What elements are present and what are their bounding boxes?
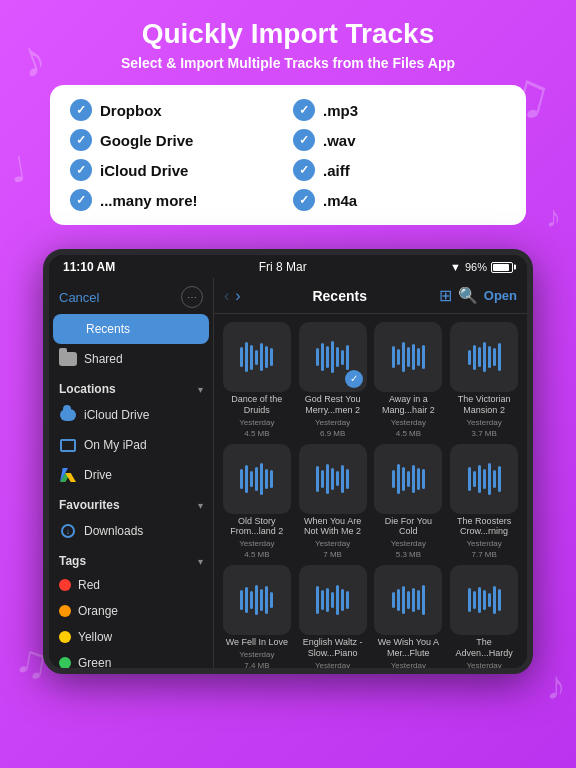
- toolbar-title: Recents: [247, 288, 433, 304]
- list-item[interactable]: The Victorian Mansion 2 Yesterday 3.7 MB: [449, 322, 519, 438]
- open-button[interactable]: Open: [484, 288, 517, 303]
- sidebar-item-tag-orange[interactable]: Orange: [49, 598, 213, 624]
- locations-title: Locations: [59, 382, 116, 396]
- sidebar-item-recents[interactable]: Recents: [53, 314, 209, 344]
- favourites-chevron-icon[interactable]: ▾: [198, 500, 203, 511]
- icloud-icon: [60, 409, 76, 421]
- status-bar: 11:10 AM Fri 8 Mar ▼ 96%: [49, 255, 527, 278]
- search-icon[interactable]: 🔍: [458, 286, 478, 305]
- sidebar-item-tag-yellow[interactable]: Yellow: [49, 624, 213, 650]
- list-item[interactable]: Die For You Cold Yesterday 5.3 MB: [374, 444, 444, 560]
- check-aiff: [293, 159, 315, 181]
- favourites-title: Favourites: [59, 498, 120, 512]
- downloads-label: Downloads: [84, 524, 143, 538]
- file-size-4: 4.5 MB: [244, 550, 269, 559]
- battery-percent: 96%: [465, 261, 487, 273]
- tag-dot-green: [59, 657, 71, 668]
- list-item[interactable]: When You Are Not With Me 2 Yesterday 7 M…: [298, 444, 368, 560]
- locations-chevron-icon[interactable]: ▾: [198, 384, 203, 395]
- file-icon-10: [374, 565, 442, 635]
- audio-wave-8: [240, 583, 273, 618]
- check-dropbox: [70, 99, 92, 121]
- forward-button[interactable]: ›: [235, 287, 240, 305]
- ipad-device-icon: [60, 439, 76, 452]
- file-date-2: Yesterday: [391, 418, 426, 427]
- file-date-11: Yesterday: [466, 661, 501, 668]
- list-item[interactable]: Away in a Mang...hair 2 Yesterday 4.5 MB: [374, 322, 444, 438]
- sidebar-item-drive[interactable]: Drive: [49, 460, 213, 490]
- file-name-5: When You Are Not With Me 2: [299, 516, 367, 538]
- shared-label: Shared: [84, 352, 123, 366]
- battery-icon: [491, 262, 513, 273]
- file-icon-7: [450, 444, 518, 514]
- sidebar-item-shared[interactable]: Shared: [49, 344, 213, 374]
- clock-icon: [62, 321, 78, 337]
- drive-label: Drive: [84, 468, 112, 482]
- shared-icon: [59, 350, 77, 368]
- list-item[interactable]: The Adven...Hardy Yesterday 1.9 MB: [449, 565, 519, 668]
- icloud-drive-icon: [59, 406, 77, 424]
- audio-wave-4: [240, 461, 273, 496]
- sidebar-header: Cancel ⋯: [49, 278, 213, 314]
- audio-wave-9: [316, 583, 349, 618]
- file-icon-3: [450, 322, 518, 392]
- check-more: [70, 189, 92, 211]
- file-name-6: Die For You Cold: [374, 516, 442, 538]
- locations-section-header: Locations ▾: [49, 374, 213, 400]
- file-name-11: The Adven...Hardy: [450, 637, 518, 659]
- check-m4a: [293, 189, 315, 211]
- main-content: ‹ › Recents ⊞ 🔍 Open: [214, 278, 527, 668]
- file-date-5: Yesterday: [315, 539, 350, 548]
- wifi-icon: ▼: [450, 261, 461, 273]
- list-item[interactable]: The Roosters Crow...rning Yesterday 7.7 …: [449, 444, 519, 560]
- tags-chevron-icon[interactable]: ▾: [198, 556, 203, 567]
- sidebar-item-on-my-ipad[interactable]: On My iPad: [49, 430, 213, 460]
- page-subtitle: Select & Import Multiple Tracks from the…: [20, 55, 556, 71]
- list-item[interactable]: Dance of the Druids Yesterday 4.5 MB: [222, 322, 292, 438]
- tag-dot-yellow: [59, 631, 71, 643]
- sidebar-item-downloads[interactable]: ↓ Downloads: [49, 516, 213, 546]
- file-grid: Dance of the Druids Yesterday 4.5 MB: [214, 314, 527, 668]
- file-date-1: Yesterday: [315, 418, 350, 427]
- list-item[interactable]: We Wish You A Mer...Flute Yesterday 2 MB: [374, 565, 444, 668]
- downloads-icon: ↓: [59, 522, 77, 540]
- file-name-9: English Waltz - Slow...Piano: [299, 637, 367, 659]
- list-item[interactable]: God Rest You Merry...men 2 Yesterday 6.9…: [298, 322, 368, 438]
- list-item[interactable]: English Waltz - Slow...Piano Yesterday 7…: [298, 565, 368, 668]
- file-date-9: Yesterday: [315, 661, 350, 668]
- feature-card: Dropbox .mp3 Google Drive .wav iCloud Dr…: [50, 85, 526, 225]
- toolbar: ‹ › Recents ⊞ 🔍 Open: [214, 278, 527, 314]
- sidebar-item-tag-red[interactable]: Red: [49, 572, 213, 598]
- file-date-3: Yesterday: [466, 418, 501, 427]
- audio-wave-1: [316, 340, 349, 375]
- file-date-8: Yesterday: [239, 650, 274, 659]
- tags-title: Tags: [59, 554, 86, 568]
- feature-item-icloud: iCloud Drive: [70, 159, 283, 181]
- download-circle-icon: ↓: [61, 524, 75, 538]
- sidebar-item-tag-green[interactable]: Green: [49, 650, 213, 668]
- sidebar-options-button[interactable]: ⋯: [181, 286, 203, 308]
- list-item[interactable]: Old Story From...land 2 Yesterday 4.5 MB: [222, 444, 292, 560]
- feature-item-more: ...many more!: [70, 189, 283, 211]
- sidebar-item-icloud-drive[interactable]: iCloud Drive: [49, 400, 213, 430]
- device-mockup: 11:10 AM Fri 8 Mar ▼ 96% Cancel ⋯: [0, 249, 576, 674]
- feature-item-mp3: .mp3: [293, 99, 506, 121]
- tag-dot-orange: [59, 605, 71, 617]
- back-button[interactable]: ‹: [224, 287, 229, 305]
- feature-item-m4a: .m4a: [293, 189, 506, 211]
- check-wav: [293, 129, 315, 151]
- grid-view-icon[interactable]: ⊞: [439, 286, 452, 305]
- audio-wave-3: [468, 340, 501, 375]
- file-icon-2: [374, 322, 442, 392]
- file-size-6: 5.3 MB: [396, 550, 421, 559]
- file-date-0: Yesterday: [239, 418, 274, 427]
- file-date-10: Yesterday: [391, 661, 426, 668]
- status-icons: ▼ 96%: [450, 261, 513, 273]
- files-app: Cancel ⋯ Recents Shared: [49, 278, 527, 668]
- list-item[interactable]: We Fell In Love Yesterday 7.4 MB: [222, 565, 292, 668]
- cancel-button[interactable]: Cancel: [59, 290, 99, 305]
- file-name-1: God Rest You Merry...men 2: [299, 394, 367, 416]
- tags-section-header: Tags ▾: [49, 546, 213, 572]
- file-size-2: 4.5 MB: [396, 429, 421, 438]
- file-icon-0: [223, 322, 291, 392]
